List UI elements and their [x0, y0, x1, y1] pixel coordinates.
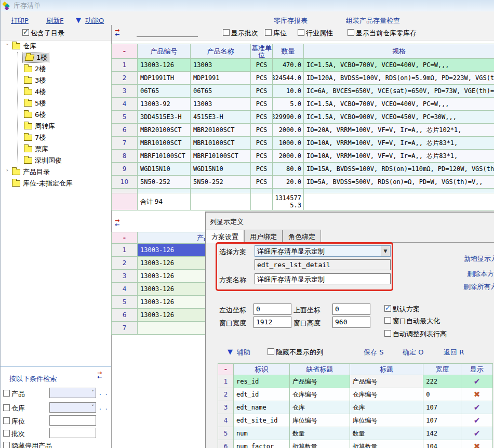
tree-node-product-catalog[interactable]: ˃ 产品目录	[1, 166, 111, 178]
tab-role-binding[interactable]: 角色绑定	[283, 230, 321, 243]
tree-node-票库[interactable]: 票库	[18, 143, 111, 155]
site-filter-label: 库位	[11, 417, 25, 426]
tab-user-binding[interactable]: 用户绑定	[244, 230, 283, 243]
site-checkbox[interactable]	[265, 29, 272, 36]
scheme-name-field[interactable]: 详细库存清单显示定制	[255, 273, 391, 284]
check-icon[interactable]: ✔	[474, 429, 480, 438]
field-id-cell: num	[234, 427, 290, 440]
swap-columns-icon-search[interactable]: →←	[97, 371, 105, 379]
functions-button[interactable]: 功能O	[85, 16, 104, 25]
warehouse-filter-combo[interactable]: ˅	[49, 402, 96, 413]
inventory-row[interactable]: 7MBR10100SCTMBR10100SCTPCS1000.0IO=10A, …	[112, 137, 494, 150]
inventory-row[interactable]: 9WGD15N10WGD15N10PCS80.0ID=15A, BVDSS=10…	[112, 163, 494, 176]
industry-attr-checkbox[interactable]	[298, 29, 304, 36]
spec-cell: ID=15A, BVDSS=100V, RDS(on)=110mΩ, PD=12…	[304, 163, 494, 176]
default-scheme-checkbox[interactable]	[384, 305, 391, 312]
site-filter-input[interactable]	[49, 415, 96, 426]
chevron-down-icon[interactable]: ▼	[381, 246, 390, 256]
left-coord-input[interactable]: 0	[253, 304, 291, 315]
swap-columns-icon[interactable]: →←	[115, 29, 123, 37]
hide-hidden-cols-checkbox[interactable]	[268, 348, 274, 355]
zero-stock-report-link[interactable]: 零库存报表	[274, 16, 308, 25]
product-filter-combo[interactable]: ˅	[49, 388, 96, 398]
window-height-input[interactable]: 960	[332, 317, 370, 328]
aux-button[interactable]: 辅助	[237, 348, 250, 357]
inventory-row[interactable]: 306T6506T65PCS10.0IC=6A, BVCES=650V, VCE…	[112, 85, 494, 98]
batch-filter-input[interactable]	[49, 428, 96, 438]
tree-node-unassigned[interactable]: 库位-未指定仓库	[1, 178, 111, 189]
product-filter-checkbox[interactable]	[3, 390, 10, 397]
column-def-row[interactable]: 6num_factor折算数量折算数量104✖	[218, 440, 493, 448]
show-batch-checkbox[interactable]	[223, 29, 230, 36]
save-button[interactable]: 保存 S	[364, 348, 383, 357]
print-button[interactable]: 打印P	[11, 16, 29, 25]
tree-node-5楼[interactable]: 5楼	[18, 98, 111, 109]
x-icon[interactable]: ✖	[474, 442, 480, 448]
check-icon[interactable]: ✔	[474, 377, 480, 386]
tree-node-2楼[interactable]: 2楼	[18, 63, 111, 75]
tree-node-深圳国俊[interactable]: 深圳国俊	[18, 155, 111, 166]
row-number: 4	[112, 98, 138, 111]
column-header-1: 产品编号	[138, 44, 191, 59]
swap-columns-icon-lower[interactable]: →←	[115, 219, 123, 227]
quantity-cell: 10.0	[273, 85, 304, 98]
auto-maximize-checkbox[interactable]	[384, 317, 391, 324]
assembly-check-link[interactable]: 组装产品存量检查	[346, 16, 400, 25]
batch-filter-label: 批次	[11, 429, 25, 439]
collapse-arrow-icon[interactable]: ˅	[4, 44, 11, 49]
window-width-input[interactable]: 1912	[253, 317, 291, 328]
check-icon[interactable]: ✔	[474, 403, 480, 412]
tree-node-warehouse-root[interactable]: ˅ 仓库	[1, 41, 111, 52]
tree-node-1楼[interactable]: 1楼	[18, 52, 111, 63]
show-zero-checkbox[interactable]	[348, 29, 354, 36]
tree-node-4楼[interactable]: 4楼	[18, 86, 111, 98]
folder-icon	[24, 89, 32, 95]
title-cell: 数量	[350, 427, 424, 440]
inventory-row[interactable]: 413003-9213003PCS5.0IC=1.5A, VCBO=700V, …	[112, 98, 494, 111]
row-number: 8	[112, 150, 138, 163]
tree-node-3楼[interactable]: 3楼	[18, 75, 111, 86]
warehouse-filter-checkbox[interactable]	[3, 404, 10, 411]
tree-node-7楼[interactable]: 7楼	[18, 132, 111, 143]
inventory-row[interactable]: 6MBR20100SCTMBR20100SCTPCS2000.0IO=20A, …	[112, 124, 494, 137]
back-button[interactable]: 返回 R	[444, 348, 464, 357]
unit-cell: PCS	[251, 124, 273, 137]
x-icon[interactable]: ✖	[474, 390, 480, 399]
add-scheme-link[interactable]: 新增显示方案	[464, 254, 494, 263]
check-icon[interactable]: ✔	[474, 416, 480, 425]
hide-disabled-checkbox[interactable]	[3, 442, 10, 448]
site-filter-checkbox[interactable]	[3, 417, 10, 424]
show-flag-cell: ✖	[461, 440, 493, 448]
tree-node-6楼[interactable]: 6楼	[18, 109, 111, 121]
refresh-button[interactable]: 刷新F	[46, 16, 63, 25]
scheme-id-field[interactable]: edt_res_lst_detail	[255, 259, 391, 270]
tab-scheme-settings[interactable]: 方案设置	[206, 230, 244, 243]
quick-filter-input[interactable]	[137, 29, 198, 37]
tree-node-周转库[interactable]: 周转库	[18, 121, 111, 132]
column-def-row[interactable]: 2edt_id仓库编号仓库编号0✖	[218, 388, 493, 401]
scheme-combo[interactable]: 详细库存清单显示定制 ▼	[255, 245, 391, 257]
inventory-row[interactable]: 105N50-2525N50-252PCS20.0ID=5A, BVDSS=50…	[112, 176, 494, 189]
inventory-row[interactable]: 53DD4515E3-H4515E3-HPCS329990.0IC=1.5A, …	[112, 111, 494, 124]
column-header-2: 产品名称	[191, 44, 251, 59]
include-subdirs-checkbox[interactable]	[22, 29, 29, 36]
inventory-row[interactable]: 113003-12613003PCS470.0IC=1.5A, VCBO=700…	[112, 59, 494, 72]
ok-button[interactable]: 确定 O	[403, 348, 423, 357]
delete-scheme-link[interactable]: 删除本方案	[467, 269, 494, 279]
product-more-button[interactable]: . .	[99, 389, 108, 397]
delete-all-schemes-link[interactable]: 删除所有方案	[463, 282, 494, 292]
total-quantity-cell: 13145775.3	[273, 193, 304, 210]
batch-filter-checkbox[interactable]	[3, 430, 10, 437]
column-def-row[interactable]: 1res_id产品编号产品编号222✔	[218, 375, 493, 388]
auto-row-height-checkbox[interactable]	[384, 330, 391, 337]
warehouse-more-button[interactable]: . .	[99, 404, 108, 411]
product-name-cell: 5N50-252	[191, 176, 251, 189]
column-def-row[interactable]: 5num数量数量142✔	[218, 427, 493, 440]
top-coord-input[interactable]: 0	[332, 304, 370, 315]
column-def-row[interactable]: 4edt_site_id库位编号库位编号107✔	[218, 414, 493, 427]
column-def-row[interactable]: 3edt_name仓库仓库107✔	[218, 401, 493, 414]
field-id-cell: edt_id	[234, 388, 290, 401]
inventory-row[interactable]: 8MBRF10100SCTMBRF10100SCTPCS2000.0IO=10A…	[112, 150, 494, 163]
expand-arrow-icon[interactable]: ˃	[4, 169, 11, 175]
inventory-row[interactable]: 2MDP1991THMDP1991PCS824544.0ID=120A, BVD…	[112, 72, 494, 85]
